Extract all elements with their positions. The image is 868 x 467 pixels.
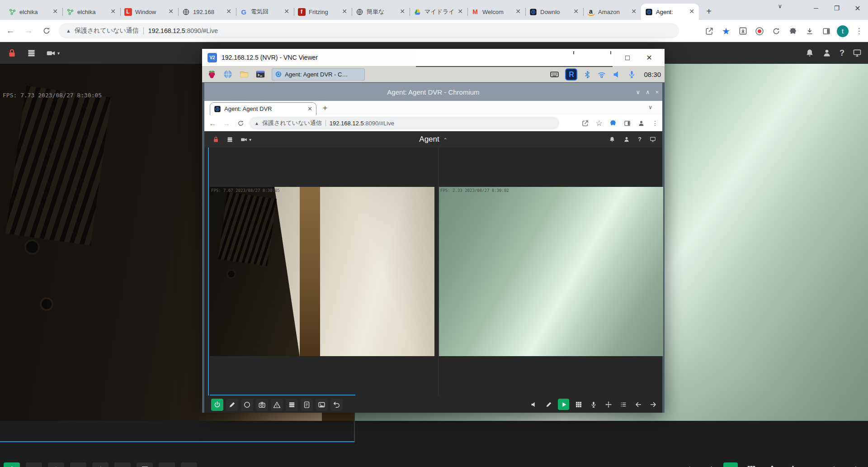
vnc-close-button[interactable]: ✕ [638,53,660,62]
play-button[interactable] [558,399,569,410]
tab-close-icon[interactable]: ✕ [630,8,637,15]
tab-close-icon[interactable]: ✕ [167,8,175,15]
chromium-title-bar[interactable]: Agent: Agent DVR - Chromium ∨ ∧ × [204,83,662,101]
microphone-button[interactable] [588,399,599,410]
browser-tab-4[interactable]: 192.168✕ [178,4,236,20]
recording-indicator-icon[interactable] [753,25,766,38]
grid-button[interactable] [573,399,584,410]
tab-close-icon[interactable]: ✕ [399,8,406,15]
share-icon[interactable] [703,25,716,38]
bluetooth-icon[interactable] [583,71,591,79]
tab-close-icon[interactable]: ✕ [109,8,117,15]
pencil-button[interactable] [543,399,554,410]
sync-icon[interactable] [770,25,783,38]
chromium-maximize-button[interactable]: ∧ [646,89,650,95]
browser-tab-8[interactable]: マイドライ✕ [410,4,467,20]
grid-button[interactable] [744,462,759,467]
camera-button[interactable] [256,399,268,411]
vnc-toolbar-strip[interactable] [416,50,613,67]
raspberry-menu-icon[interactable] [205,68,218,81]
list-button[interactable] [807,462,821,467]
tab-close-icon[interactable]: ✕ [307,105,312,112]
chromium-back-button[interactable]: ← [207,117,218,129]
tab-close-icon[interactable]: ✕ [572,8,580,15]
chromium-address-bar[interactable]: ▲ 保護されていない通信 192.168.12.5 :8090/#Live [249,117,559,129]
side-panel-icon[interactable] [820,25,833,38]
browser-tab-3[interactable]: LWindow✕ [120,4,178,20]
image-button[interactable] [316,399,328,411]
pencil-button[interactable] [226,399,238,411]
extensions-puzzle-icon[interactable] [787,25,799,38]
download-box-icon[interactable] [736,25,749,38]
chromium-close-button[interactable]: × [655,89,659,95]
reload-button[interactable] [39,23,54,38]
bell-button[interactable] [609,136,615,143]
tab-close-icon[interactable]: ✕ [457,8,464,15]
chromium-new-tab-button[interactable]: + [323,104,327,113]
pencil-button[interactable] [703,462,717,467]
move-button[interactable] [603,399,614,410]
power-button[interactable] [211,399,223,411]
warning-button[interactable] [271,399,283,411]
camera-button[interactable] [70,462,86,467]
browser-tab-7[interactable]: 簡単な✕ [352,4,410,20]
person-button[interactable] [822,48,831,57]
downloads-icon[interactable] [803,25,816,38]
browser-tab-9[interactable]: MWelcom✕ [467,4,525,20]
chromium-tab-agent-dvr[interactable]: Agent: Agent DVR ✕ [210,102,316,115]
tab-close-icon[interactable]: ✕ [225,8,232,15]
person-button[interactable] [623,136,630,143]
browser-tab-12[interactable]: Agent:✕ [641,4,699,20]
security-label[interactable]: 保護されていない通信 [262,119,322,127]
monitor-button[interactable] [853,48,862,57]
bell-button[interactable] [805,48,814,57]
bookmark-star-icon[interactable]: ☆ [594,118,604,128]
tab-search-chevron-icon[interactable]: ∨ [778,3,782,10]
pencil-button[interactable] [26,462,42,467]
security-label[interactable]: 保護されていない通信 [75,27,139,35]
side-panel-icon[interactable] [622,118,632,128]
speaker-button[interactable] [682,462,696,467]
keyboard-icon[interactable] [550,70,559,79]
tab-close-icon[interactable]: ✕ [52,8,59,15]
file-manager-icon[interactable] [237,68,251,81]
share-icon[interactable] [580,118,590,128]
taskbar-task-chromium[interactable]: Agent: Agent DVR - C… [272,68,365,81]
browser-menu-icon[interactable]: ⋮ [853,25,865,38]
chromium-tab-chevron-icon[interactable]: ∨ [648,104,652,110]
browser-tab-6[interactable]: fFritzing✕ [294,4,352,20]
warning-button[interactable] [92,462,108,467]
arrow-left-button[interactable] [827,462,842,467]
address-bar[interactable]: ▲ 保護されていない通信 192.168.12.5 :8090/#Live [59,23,679,38]
new-tab-button[interactable]: + [703,5,715,18]
agent-page-title[interactable]: Agent ⌃ [204,135,662,144]
wifi-icon[interactable] [597,70,606,79]
back-button[interactable]: ← [3,23,18,38]
camera-feed-speaker[interactable] [210,187,434,356]
chromium-forward-button[interactable]: → [221,117,232,129]
arrow-right-button[interactable] [647,399,659,410]
help-button[interactable]: ? [638,136,642,143]
browser-tab-1[interactable]: elchika✕ [5,4,62,20]
arrow-left-button[interactable] [632,399,644,410]
browser-tab-2[interactable]: elchika✕ [62,4,120,20]
tab-close-icon[interactable]: ✕ [283,8,290,15]
layers-button[interactable] [114,462,131,467]
volume-icon[interactable] [612,70,622,79]
play-button[interactable] [723,462,738,467]
record-circle-button[interactable] [48,462,64,467]
browser-tab-5[interactable]: G電気回✕ [236,4,294,20]
image-button[interactable] [159,462,175,467]
camera-feed-ceiling[interactable] [439,187,663,356]
terminal-icon[interactable] [254,68,267,81]
window-minimize-button[interactable]: ─ [806,5,826,12]
chromium-reload-button[interactable] [235,117,246,129]
taskbar-clock[interactable]: 08:30 [644,71,661,78]
help-button[interactable]: ? [840,48,844,58]
browser-launcher-icon[interactable] [221,68,235,81]
browser-tab-10[interactable]: Downlo✕ [525,4,583,20]
undo-button[interactable] [330,399,343,411]
vnc-maximize-button[interactable]: ☐ [617,54,638,62]
tab-close-icon[interactable]: ✕ [688,8,695,15]
document-button[interactable] [137,462,153,467]
